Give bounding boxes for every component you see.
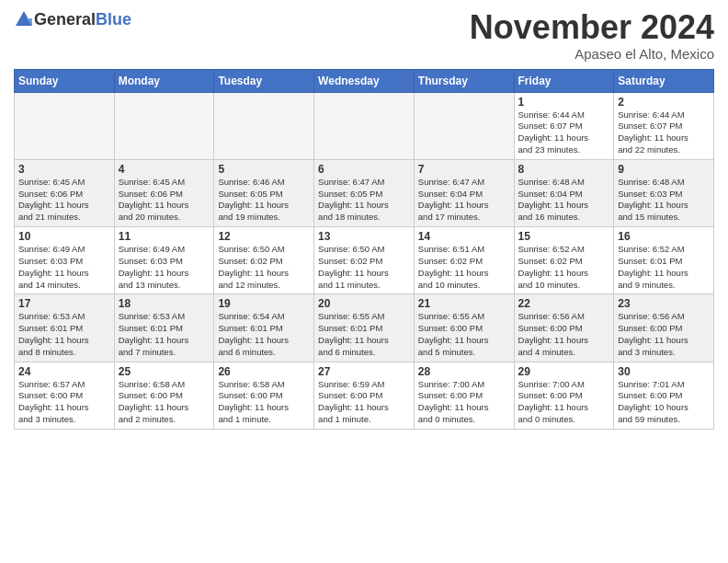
day-info: Sunrise: 6:48 AM Sunset: 6:03 PM Dayligh… [618,177,710,224]
col-friday: Friday [514,69,614,92]
table-row: 23Sunrise: 6:56 AM Sunset: 6:00 PM Dayli… [614,294,714,362]
day-number: 20 [318,297,410,310]
day-info: Sunrise: 6:50 AM Sunset: 6:02 PM Dayligh… [318,244,410,291]
day-info: Sunrise: 6:55 AM Sunset: 6:00 PM Dayligh… [418,311,510,358]
table-row: 15Sunrise: 6:52 AM Sunset: 6:02 PM Dayli… [514,227,614,294]
calendar-week-row: 3Sunrise: 6:45 AM Sunset: 6:06 PM Daylig… [15,159,714,226]
day-info: Sunrise: 6:52 AM Sunset: 6:01 PM Dayligh… [618,244,710,291]
logo: GeneralBlue [14,9,131,29]
calendar-table: Sunday Monday Tuesday Wednesday Thursday… [14,69,714,430]
logo-icon [14,9,34,29]
table-row: 8Sunrise: 6:48 AM Sunset: 6:04 PM Daylig… [514,159,614,226]
table-row: 16Sunrise: 6:52 AM Sunset: 6:01 PM Dayli… [614,227,714,294]
table-row: 14Sunrise: 6:51 AM Sunset: 6:02 PM Dayli… [414,227,514,294]
day-info: Sunrise: 6:56 AM Sunset: 6:00 PM Dayligh… [618,311,710,358]
col-thursday: Thursday [414,69,514,92]
day-info: Sunrise: 6:59 AM Sunset: 6:00 PM Dayligh… [318,379,410,426]
day-number: 27 [318,365,410,378]
table-row: 22Sunrise: 6:56 AM Sunset: 6:00 PM Dayli… [514,294,614,362]
col-wednesday: Wednesday [314,69,415,92]
day-info: Sunrise: 6:58 AM Sunset: 6:00 PM Dayligh… [218,379,310,426]
day-number: 25 [119,365,210,378]
page-container: GeneralBlue November 2024 Apaseo el Alto… [0,0,728,434]
day-info: Sunrise: 6:54 AM Sunset: 6:01 PM Dayligh… [218,311,310,358]
day-info: Sunrise: 6:50 AM Sunset: 6:02 PM Dayligh… [218,244,310,291]
day-number: 12 [218,230,310,243]
table-row: 13Sunrise: 6:50 AM Sunset: 6:02 PM Dayli… [314,227,415,294]
day-info: Sunrise: 7:00 AM Sunset: 6:00 PM Dayligh… [418,379,510,426]
col-saturday: Saturday [614,69,714,92]
day-number: 10 [18,230,110,243]
day-info: Sunrise: 6:56 AM Sunset: 6:00 PM Dayligh… [518,311,610,358]
day-info: Sunrise: 6:53 AM Sunset: 6:01 PM Dayligh… [18,311,110,358]
day-info: Sunrise: 6:46 AM Sunset: 6:05 PM Dayligh… [218,177,310,224]
table-row [414,92,514,159]
logo-general-text: General [34,10,96,29]
calendar-week-row: 17Sunrise: 6:53 AM Sunset: 6:01 PM Dayli… [15,294,714,362]
table-row: 1Sunrise: 6:44 AM Sunset: 6:07 PM Daylig… [514,92,614,159]
logo-blue-text: Blue [96,10,131,29]
table-row [15,92,115,159]
table-row: 25Sunrise: 6:58 AM Sunset: 6:00 PM Dayli… [114,362,214,429]
table-row: 11Sunrise: 6:49 AM Sunset: 6:03 PM Dayli… [114,227,214,294]
day-number: 5 [218,163,310,176]
table-row: 17Sunrise: 6:53 AM Sunset: 6:01 PM Dayli… [15,294,115,362]
day-info: Sunrise: 7:01 AM Sunset: 6:00 PM Dayligh… [618,379,710,426]
day-number: 15 [518,230,610,243]
day-number: 17 [18,297,110,310]
day-number: 23 [618,297,710,310]
location: Apaseo el Alto, Mexico [470,46,714,62]
table-row: 3Sunrise: 6:45 AM Sunset: 6:06 PM Daylig… [15,159,115,226]
day-number: 29 [518,365,610,378]
day-info: Sunrise: 6:49 AM Sunset: 6:03 PM Dayligh… [119,244,210,291]
day-number: 24 [18,365,110,378]
day-number: 21 [418,297,510,310]
day-info: Sunrise: 6:44 AM Sunset: 6:07 PM Dayligh… [518,109,610,156]
day-number: 28 [418,365,510,378]
table-row: 7Sunrise: 6:47 AM Sunset: 6:04 PM Daylig… [414,159,514,226]
day-number: 3 [18,163,110,176]
table-row: 20Sunrise: 6:55 AM Sunset: 6:01 PM Dayli… [314,294,415,362]
day-number: 13 [318,230,410,243]
table-row: 5Sunrise: 6:46 AM Sunset: 6:05 PM Daylig… [214,159,314,226]
month-title: November 2024 [470,9,714,46]
table-row: 30Sunrise: 7:01 AM Sunset: 6:00 PM Dayli… [614,362,714,429]
day-number: 9 [618,163,710,176]
table-row: 24Sunrise: 6:57 AM Sunset: 6:00 PM Dayli… [15,362,115,429]
day-number: 18 [119,297,210,310]
day-info: Sunrise: 6:47 AM Sunset: 6:05 PM Dayligh… [318,177,410,224]
day-number: 11 [119,230,210,243]
day-info: Sunrise: 6:57 AM Sunset: 6:00 PM Dayligh… [18,379,110,426]
table-row: 28Sunrise: 7:00 AM Sunset: 6:00 PM Dayli… [414,362,514,429]
day-info: Sunrise: 6:55 AM Sunset: 6:01 PM Dayligh… [318,311,410,358]
day-info: Sunrise: 6:52 AM Sunset: 6:02 PM Dayligh… [518,244,610,291]
table-row: 9Sunrise: 6:48 AM Sunset: 6:03 PM Daylig… [614,159,714,226]
table-row: 4Sunrise: 6:45 AM Sunset: 6:06 PM Daylig… [114,159,214,226]
col-sunday: Sunday [15,69,115,92]
day-info: Sunrise: 6:48 AM Sunset: 6:04 PM Dayligh… [518,177,610,224]
table-row: 10Sunrise: 6:49 AM Sunset: 6:03 PM Dayli… [15,227,115,294]
calendar-week-row: 24Sunrise: 6:57 AM Sunset: 6:00 PM Dayli… [15,362,714,429]
day-number: 2 [618,96,710,109]
table-row: 2Sunrise: 6:44 AM Sunset: 6:07 PM Daylig… [614,92,714,159]
day-info: Sunrise: 6:47 AM Sunset: 6:04 PM Dayligh… [418,177,510,224]
col-monday: Monday [114,69,214,92]
table-row: 21Sunrise: 6:55 AM Sunset: 6:00 PM Dayli… [414,294,514,362]
day-number: 19 [218,297,310,310]
day-info: Sunrise: 6:45 AM Sunset: 6:06 PM Dayligh… [119,177,210,224]
day-info: Sunrise: 6:45 AM Sunset: 6:06 PM Dayligh… [18,177,110,224]
day-number: 26 [218,365,310,378]
calendar-header-row: Sunday Monday Tuesday Wednesday Thursday… [15,69,714,92]
day-info: Sunrise: 7:00 AM Sunset: 6:00 PM Dayligh… [518,379,610,426]
day-number: 16 [618,230,710,243]
day-number: 8 [518,163,610,176]
table-row: 26Sunrise: 6:58 AM Sunset: 6:00 PM Dayli… [214,362,314,429]
title-section: November 2024 Apaseo el Alto, Mexico [470,9,714,62]
table-row: 6Sunrise: 6:47 AM Sunset: 6:05 PM Daylig… [314,159,415,226]
day-number: 14 [418,230,510,243]
day-info: Sunrise: 6:53 AM Sunset: 6:01 PM Dayligh… [119,311,210,358]
table-row: 19Sunrise: 6:54 AM Sunset: 6:01 PM Dayli… [214,294,314,362]
header: GeneralBlue November 2024 Apaseo el Alto… [14,9,714,62]
day-number: 4 [119,163,210,176]
day-number: 22 [518,297,610,310]
